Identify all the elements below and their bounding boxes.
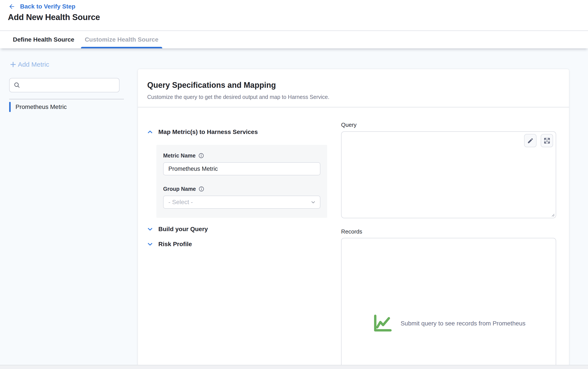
page-header: Back to Verify Step Add New Health Sourc… (0, 0, 588, 30)
page-title: Add New Health Source (8, 13, 100, 22)
query-actions (524, 134, 553, 147)
chevron-up-icon (147, 129, 153, 135)
resize-handle-icon[interactable] (550, 212, 555, 217)
back-link[interactable]: Back to Verify Step (8, 3, 75, 10)
metric-name-input[interactable] (163, 162, 320, 175)
chevron-down-icon (310, 199, 316, 205)
fullscreen-query-button[interactable] (541, 134, 553, 147)
card-body: Map Metric(s) to Harness Services Metric… (138, 107, 569, 369)
section-build-query-toggle[interactable]: Build your Query (147, 225, 341, 233)
add-metric-label: Add Metric (18, 61, 49, 68)
card-subtitle: Customize the query to get the desired o… (147, 93, 560, 100)
query-editor[interactable] (341, 131, 556, 218)
add-health-source-page: Back to Verify Step Add New Health Sourc… (0, 0, 588, 369)
records-empty-state: Submit query to see records from Prometh… (372, 313, 526, 333)
chevron-down-icon (147, 241, 153, 247)
section-map-metrics-label: Map Metric(s) to Harness Services (158, 129, 258, 136)
card-header: Query Specifications and Mapping Customi… (138, 69, 569, 107)
expand-arrows-icon (544, 137, 550, 144)
query-specifications-card: Query Specifications and Mapping Customi… (138, 69, 569, 369)
metric-name-label-row: Metric Name (163, 152, 320, 159)
edit-query-button[interactable] (524, 134, 536, 147)
metric-mapping-panel: Metric Name Group Name (156, 145, 327, 218)
group-name-label-row: Group Name (163, 186, 320, 192)
search-icon (13, 82, 21, 89)
tab-customize-label: Customize Health Source (85, 36, 158, 43)
tab-bar: Define Health Source Customize Health So… (0, 30, 588, 48)
back-link-label: Back to Verify Step (20, 3, 75, 10)
tab-define-label: Define Health Source (13, 36, 74, 43)
sidebar-divider (9, 99, 124, 99)
records-panel: Submit query to see records from Prometh… (341, 238, 556, 369)
group-name-label: Group Name (163, 186, 196, 192)
metric-item-label: Prometheus Metric (15, 103, 67, 110)
horizontal-scrollbar[interactable] (0, 365, 588, 369)
mapping-column: Map Metric(s) to Harness Services Metric… (138, 107, 341, 369)
active-tab-indicator (81, 47, 162, 48)
query-records-column: Query (341, 107, 569, 369)
section-risk-profile-toggle[interactable]: Risk Profile (147, 240, 341, 248)
section-map-metrics-toggle[interactable]: Map Metric(s) to Harness Services (147, 128, 341, 136)
chevron-down-icon (147, 226, 153, 232)
records-label: Records (341, 228, 556, 235)
metric-list-item-prometheus[interactable]: Prometheus Metric (9, 102, 67, 112)
search-input[interactable] (23, 79, 119, 92)
plus-icon (9, 60, 17, 68)
selected-metric-indicator (9, 102, 11, 112)
content-area: Add Metric Prometheus Metric Query Speci… (0, 48, 588, 369)
group-name-select[interactable]: - Select - (163, 196, 320, 209)
metric-search (9, 78, 119, 92)
line-chart-icon (372, 313, 394, 333)
tab-define-health-source[interactable]: Define Health Source (13, 31, 74, 48)
section-build-query-label: Build your Query (158, 226, 208, 233)
info-icon[interactable] (198, 153, 204, 159)
pencil-icon (527, 138, 534, 144)
records-empty-message: Submit query to see records from Prometh… (401, 320, 526, 327)
query-label: Query (341, 121, 556, 128)
card-title: Query Specifications and Mapping (147, 80, 560, 90)
group-name-placeholder: - Select - (168, 199, 193, 206)
section-risk-profile-label: Risk Profile (158, 241, 192, 248)
back-arrow-icon (8, 3, 15, 10)
add-metric-button[interactable]: Add Metric (9, 60, 49, 68)
tab-customize-health-source[interactable]: Customize Health Source (85, 31, 158, 48)
metric-name-label: Metric Name (163, 152, 196, 159)
info-icon[interactable] (199, 186, 204, 192)
